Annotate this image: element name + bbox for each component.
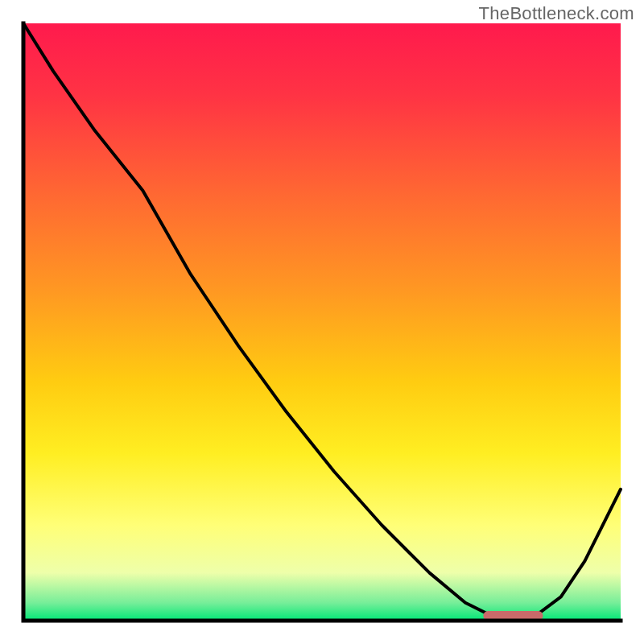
chart-svg [20,20,624,624]
watermark-text: TheBottleneck.com [479,3,634,24]
plot-frame [20,20,624,624]
gradient-background [23,23,621,621]
chart-container: TheBottleneck.com [0,0,644,644]
